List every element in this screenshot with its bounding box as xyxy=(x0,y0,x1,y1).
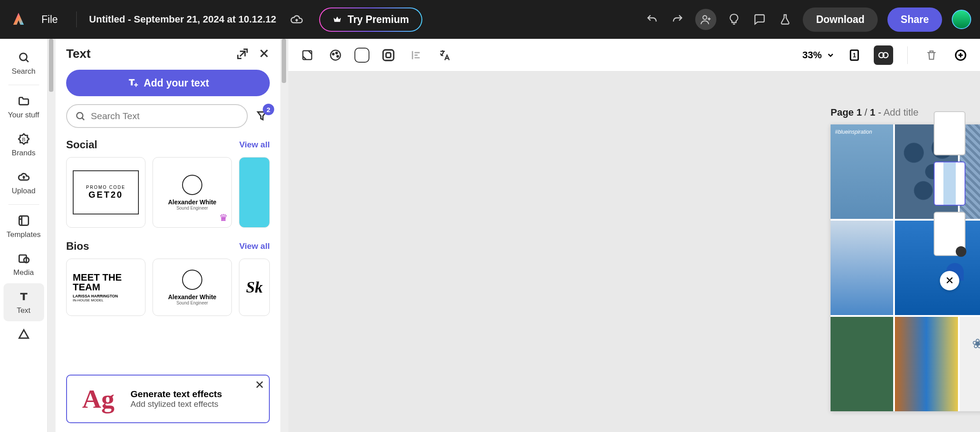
search-icon xyxy=(75,111,86,121)
brands-icon: B xyxy=(17,132,31,146)
text-icon xyxy=(17,289,31,304)
left-rail: Search Your stuff B Brands Upload Templa… xyxy=(0,39,48,432)
search-field[interactable] xyxy=(91,111,239,121)
redo-icon[interactable] xyxy=(670,11,686,27)
canvas-area: 33% 1 View options Page 1 / 1 - Add titl… xyxy=(288,39,980,432)
filter-button[interactable]: 2 xyxy=(254,108,270,124)
bios-card-team[interactable]: MEET THE TEAM LARISSA HARRINGTON IN-HOUS… xyxy=(66,259,145,316)
rail-text[interactable]: Text xyxy=(4,283,44,321)
user-avatar[interactable] xyxy=(952,10,971,29)
frame-icon[interactable] xyxy=(379,46,398,64)
collage-tile[interactable] xyxy=(831,317,893,411)
search-text-input[interactable] xyxy=(66,104,248,128)
view-options-button[interactable] xyxy=(874,45,893,65)
social-card-partial[interactable] xyxy=(239,157,270,228)
collage-tile[interactable] xyxy=(960,317,980,411)
promo-thumb: PROMO CODE GET20 xyxy=(73,170,139,214)
media-icon xyxy=(17,252,31,266)
color-icon[interactable] xyxy=(326,46,345,64)
premium-badge-icon: ♛ xyxy=(219,212,228,224)
section-social-title: Social xyxy=(66,139,239,151)
svg-rect-12 xyxy=(383,50,394,60)
canvas-toolbar: 33% 1 xyxy=(288,39,980,71)
download-button[interactable]: Download xyxy=(803,8,878,32)
ag-thumb-icon: Ag xyxy=(74,383,123,414)
square-icon[interactable] xyxy=(354,48,369,63)
premium-label: Try Premium xyxy=(347,14,409,26)
svg-point-11 xyxy=(337,55,339,57)
add-text-label: Add your text xyxy=(144,77,209,89)
bios-card-profile[interactable]: Alexander White Sound Engineer xyxy=(153,259,232,316)
expand-icon[interactable] xyxy=(236,48,249,60)
svg-rect-13 xyxy=(386,53,391,57)
svg-text:1: 1 xyxy=(853,52,856,59)
svg-point-6 xyxy=(77,113,83,119)
translate-icon[interactable] xyxy=(436,46,454,64)
collage-tile[interactable] xyxy=(831,124,893,219)
bios-card-partial[interactable]: Sk xyxy=(239,259,270,316)
add-text-button[interactable]: Add your text xyxy=(66,70,270,96)
cloud-sync-icon[interactable] xyxy=(290,13,303,26)
text-panel: Text Add your text 2 Social View all xyxy=(56,39,280,432)
page-thumb-active[interactable] xyxy=(934,162,965,206)
panel-title: Text xyxy=(66,47,91,61)
svg-point-1 xyxy=(19,53,26,60)
folder-icon xyxy=(17,94,31,108)
social-view-all[interactable]: View all xyxy=(239,140,270,150)
zoom-value: 33% xyxy=(802,49,822,61)
zoom-control[interactable]: 33% xyxy=(802,49,835,61)
collage-tile[interactable] xyxy=(831,221,893,315)
svg-point-10 xyxy=(336,52,338,54)
rail-label: Your stuff xyxy=(8,111,39,120)
rail-your-stuff[interactable]: Your stuff xyxy=(4,88,44,126)
try-premium-button[interactable]: Try Premium xyxy=(319,8,422,32)
face-icon xyxy=(182,270,202,290)
close-icon[interactable]: ✕ xyxy=(255,378,265,392)
file-menu[interactable]: File xyxy=(35,10,64,29)
generate-text-effects-card[interactable]: Ag Generate text effects Add stylized te… xyxy=(66,375,270,423)
shapes-icon xyxy=(17,327,31,342)
rail-label: Search xyxy=(12,67,36,76)
rail-search[interactable]: Search xyxy=(4,44,44,82)
filter-badge: 2 xyxy=(263,104,274,115)
share-button[interactable]: Share xyxy=(887,8,942,32)
hint-icon[interactable] xyxy=(726,11,742,27)
bios-view-all[interactable]: View all xyxy=(239,241,270,251)
undo-icon[interactable] xyxy=(644,11,660,27)
invite-icon[interactable] xyxy=(695,9,716,30)
comment-icon[interactable] xyxy=(752,11,768,27)
panel-scrollbar-right[interactable] xyxy=(280,39,288,432)
canvas-body[interactable]: View options Page 1 / 1 - Add title xyxy=(288,71,980,432)
rail-shapes[interactable] xyxy=(4,321,44,348)
page-icon[interactable]: 1 xyxy=(845,45,864,65)
app-logo-icon[interactable] xyxy=(9,10,28,29)
svg-rect-4 xyxy=(19,255,26,262)
face-icon xyxy=(182,175,202,195)
rail-media[interactable]: Media xyxy=(4,245,44,283)
resize-icon[interactable] xyxy=(298,46,317,64)
generate-sub: Add stylized text effects xyxy=(130,399,222,409)
document-title[interactable]: Untitled - September 21, 2024 at 10.12.1… xyxy=(89,14,276,25)
social-card-promo[interactable]: PROMO CODE GET20 xyxy=(66,157,145,228)
main-area: Search Your stuff B Brands Upload Templa… xyxy=(0,39,980,432)
beaker-icon[interactable] xyxy=(777,11,793,27)
rail-brands[interactable]: B Brands xyxy=(4,126,44,164)
align-icon[interactable] xyxy=(407,46,426,64)
rail-upload[interactable]: Upload xyxy=(4,164,44,202)
section-bios-title: Bios xyxy=(66,240,239,252)
page-thumbnails: ✕ xyxy=(932,111,967,290)
page-thumb[interactable] xyxy=(934,111,965,155)
close-thumbnails-button[interactable]: ✕ xyxy=(940,271,959,290)
panel-scrollbar[interactable] xyxy=(48,39,56,432)
svg-point-0 xyxy=(703,15,707,19)
social-card-profile[interactable]: Alexander White Sound Engineer ♛ xyxy=(153,157,232,228)
rail-templates[interactable]: Templates xyxy=(4,207,44,245)
collage-tile[interactable] xyxy=(895,317,958,411)
page-thumb[interactable] xyxy=(934,212,965,256)
add-page-icon[interactable] xyxy=(951,45,970,65)
close-icon[interactable] xyxy=(258,48,270,60)
delete-icon[interactable] xyxy=(922,45,941,65)
divider xyxy=(76,11,77,27)
generate-title: Generate text effects xyxy=(130,389,222,399)
page-label[interactable]: Page 1 / 1 - Add title xyxy=(831,107,918,118)
